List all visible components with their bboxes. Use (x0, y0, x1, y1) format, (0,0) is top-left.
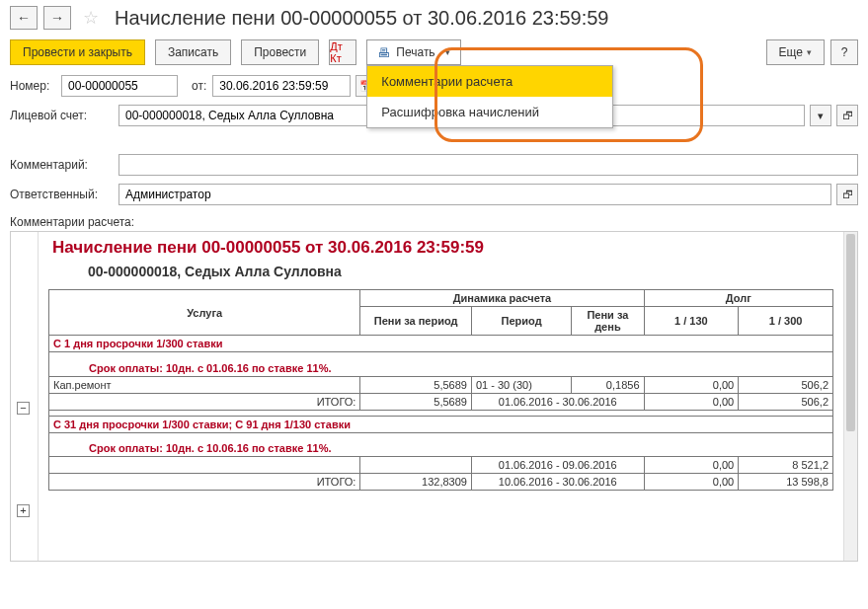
group2-header: С 31 дня просрочки 1/300 ставки; С 91 дн… (49, 416, 833, 432)
print-label: Печать (396, 45, 434, 59)
th-period: Период (471, 307, 571, 336)
number-label: Номер: (10, 79, 55, 93)
menu-item-details[interactable]: Расшифровка начислений (367, 97, 612, 127)
th-debt: Долг (644, 290, 832, 307)
printer-icon: 🖶 (377, 45, 390, 60)
account-open-button[interactable]: 🗗 (836, 105, 858, 126)
report-subtitle: 00-000000018, Седых Алла Сулловна (88, 264, 833, 279)
date-input[interactable] (212, 75, 351, 97)
group2-total-row: ИТОГО: 132,8309 10.06.2016 - 30.06.2016 … (49, 474, 833, 491)
report-viewport: − + Начисление пени 00-00000055 от 30.06… (10, 231, 858, 562)
save-button[interactable]: Записать (155, 39, 231, 65)
from-label: от: (192, 79, 206, 93)
chevron-down-icon: ▾ (807, 47, 812, 57)
number-input[interactable] (61, 75, 178, 97)
help-button[interactable]: ? (830, 39, 858, 65)
th-peni-day: Пени за день (572, 307, 644, 336)
back-button[interactable]: ← (10, 6, 38, 30)
group1-term: Срок оплаты: 10дн. с 01.06.16 по ставке … (49, 360, 833, 377)
forward-button[interactable]: → (43, 6, 71, 30)
menu-item-comments[interactable]: Комментарии расчета (367, 66, 612, 97)
report-title: Начисление пени 00-00000055 от 30.06.201… (52, 238, 833, 258)
group2-term: Срок оплаты: 10дн. с 10.06.16 по ставке … (49, 440, 833, 457)
group1-header: С 1 дня просрочки 1/300 ставки (49, 336, 833, 352)
account-select-button[interactable]: ▾ (810, 105, 831, 126)
tree-expand-button[interactable]: + (17, 504, 30, 517)
responsible-input[interactable] (118, 184, 831, 205)
th-d130: 1 / 130 (644, 307, 739, 336)
tree-collapse-button[interactable]: − (17, 402, 30, 415)
responsible-open-button[interactable]: 🗗 (836, 184, 858, 205)
th-service: Услуга (49, 290, 360, 336)
post-button[interactable]: Провести (241, 39, 319, 65)
report-label: Комментарии расчета: (10, 215, 858, 229)
comment-input[interactable] (118, 154, 858, 176)
tree-gutter: − + (11, 232, 39, 561)
th-d300: 1 / 300 (739, 307, 833, 336)
calculation-table: Услуга Динамика расчета Долг Пени за пер… (48, 289, 833, 491)
table-row: Кап.ремонт 5,5689 01 - 30 (30) 0,1856 0,… (49, 376, 833, 393)
print-dropdown: Комментарии расчета Расшифровка начислен… (366, 65, 613, 128)
favorite-icon[interactable]: ☆ (83, 7, 99, 29)
th-dynamics: Динамика расчета (360, 290, 644, 307)
group1-total-row: ИТОГО: 5,5689 01.06.2016 - 30.06.2016 0,… (49, 393, 833, 410)
responsible-label: Ответственный: (10, 188, 113, 201)
table-row: 01.06.2016 - 09.06.2016 0,00 8 521,2 (49, 457, 833, 474)
post-and-close-button[interactable]: Провести и закрыть (10, 39, 145, 65)
more-button[interactable]: Еще ▾ (766, 39, 825, 65)
dt-kt-button[interactable]: Дт Кт (329, 39, 356, 65)
chevron-down-icon: ▾ (445, 47, 450, 57)
th-peni-period: Пени за период (360, 307, 472, 336)
comment-label: Комментарий: (10, 158, 113, 172)
page-title: Начисление пени 00-00000055 от 30.06.201… (115, 7, 609, 30)
account-label: Лицевой счет: (10, 109, 113, 122)
vertical-scrollbar[interactable] (843, 232, 857, 561)
print-button[interactable]: 🖶 Печать ▾ (366, 39, 460, 65)
